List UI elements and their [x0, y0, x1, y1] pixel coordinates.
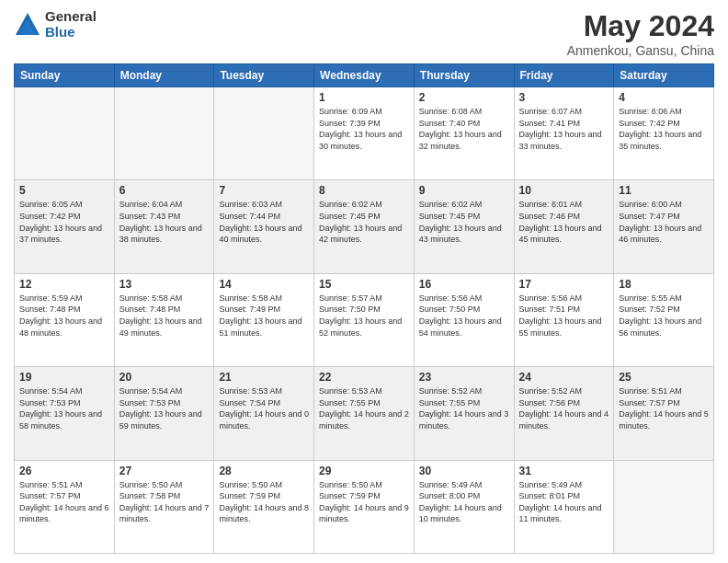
table-row: 29Sunrise: 5:50 AMSunset: 7:59 PMDayligh…	[314, 460, 415, 553]
table-row: 1Sunrise: 6:09 AMSunset: 7:39 PMDaylight…	[314, 87, 415, 180]
day-number: 19	[19, 371, 109, 384]
day-number: 15	[319, 278, 409, 291]
day-info: Sunrise: 5:50 AMSunset: 7:59 PMDaylight:…	[219, 479, 309, 525]
day-number: 11	[619, 184, 709, 197]
day-number: 21	[219, 371, 309, 384]
logo-blue: Blue	[45, 25, 97, 40]
table-row: 8Sunrise: 6:02 AMSunset: 7:45 PMDaylight…	[314, 180, 415, 273]
logo-icon	[14, 11, 41, 39]
col-saturday: Saturday	[614, 64, 714, 87]
day-info: Sunrise: 6:01 AMSunset: 7:46 PMDaylight:…	[519, 199, 609, 245]
day-number: 18	[619, 278, 709, 291]
table-row: 17Sunrise: 5:56 AMSunset: 7:51 PMDayligh…	[514, 273, 614, 366]
table-row	[114, 87, 214, 180]
table-row: 21Sunrise: 5:53 AMSunset: 7:54 PMDayligh…	[214, 367, 314, 460]
table-row	[15, 87, 115, 180]
calendar: Sunday Monday Tuesday Wednesday Thursday…	[14, 63, 714, 554]
day-info: Sunrise: 5:54 AMSunset: 7:53 PMDaylight:…	[119, 385, 210, 431]
day-number: 2	[419, 91, 509, 104]
day-info: Sunrise: 5:52 AMSunset: 7:55 PMDaylight:…	[419, 385, 509, 431]
day-number: 30	[419, 465, 509, 477]
day-number: 1	[319, 91, 409, 104]
day-info: Sunrise: 6:02 AMSunset: 7:45 PMDaylight:…	[319, 199, 409, 245]
day-info: Sunrise: 5:51 AMSunset: 7:57 PMDaylight:…	[619, 385, 709, 431]
day-number: 27	[119, 465, 210, 477]
day-info: Sunrise: 6:05 AMSunset: 7:42 PMDaylight:…	[19, 199, 109, 245]
calendar-week-row: 5Sunrise: 6:05 AMSunset: 7:42 PMDaylight…	[15, 180, 714, 273]
day-info: Sunrise: 5:54 AMSunset: 7:53 PMDaylight:…	[19, 385, 109, 431]
table-row: 13Sunrise: 5:58 AMSunset: 7:48 PMDayligh…	[114, 273, 214, 366]
day-number: 7	[219, 184, 309, 197]
day-info: Sunrise: 5:58 AMSunset: 7:48 PMDaylight:…	[119, 293, 210, 339]
day-number: 28	[219, 465, 309, 477]
day-number: 6	[119, 184, 210, 197]
table-row: 16Sunrise: 5:56 AMSunset: 7:50 PMDayligh…	[414, 273, 514, 366]
day-info: Sunrise: 5:57 AMSunset: 7:50 PMDaylight:…	[319, 293, 409, 339]
day-number: 26	[19, 465, 109, 477]
day-info: Sunrise: 5:53 AMSunset: 7:55 PMDaylight:…	[319, 385, 409, 431]
calendar-week-row: 1Sunrise: 6:09 AMSunset: 7:39 PMDaylight…	[15, 87, 714, 180]
day-number: 12	[19, 278, 109, 291]
day-number: 10	[519, 184, 609, 197]
table-row	[614, 460, 714, 553]
day-info: Sunrise: 6:08 AMSunset: 7:40 PMDaylight:…	[419, 106, 509, 152]
table-row: 7Sunrise: 6:03 AMSunset: 7:44 PMDaylight…	[214, 180, 314, 273]
table-row: 18Sunrise: 5:55 AMSunset: 7:52 PMDayligh…	[614, 273, 714, 366]
day-number: 8	[319, 184, 409, 197]
table-row: 9Sunrise: 6:02 AMSunset: 7:45 PMDaylight…	[414, 180, 514, 273]
table-row: 19Sunrise: 5:54 AMSunset: 7:53 PMDayligh…	[15, 367, 115, 460]
day-info: Sunrise: 6:02 AMSunset: 7:45 PMDaylight:…	[419, 199, 509, 245]
day-info: Sunrise: 6:03 AMSunset: 7:44 PMDaylight:…	[219, 199, 309, 245]
table-row: 2Sunrise: 6:08 AMSunset: 7:40 PMDaylight…	[414, 87, 514, 180]
calendar-week-row: 26Sunrise: 5:51 AMSunset: 7:57 PMDayligh…	[15, 460, 714, 553]
calendar-week-row: 19Sunrise: 5:54 AMSunset: 7:53 PMDayligh…	[15, 367, 714, 460]
col-monday: Monday	[114, 64, 214, 87]
day-info: Sunrise: 5:52 AMSunset: 7:56 PMDaylight:…	[519, 385, 609, 431]
day-number: 29	[319, 465, 409, 477]
day-info: Sunrise: 5:56 AMSunset: 7:51 PMDaylight:…	[519, 293, 609, 339]
page: General Blue May 2024 Anmenkou, Gansu, C…	[0, 0, 728, 563]
day-number: 5	[19, 184, 109, 197]
logo-general: General	[45, 9, 97, 25]
day-info: Sunrise: 5:56 AMSunset: 7:50 PMDaylight:…	[419, 293, 509, 339]
table-row: 3Sunrise: 6:07 AMSunset: 7:41 PMDaylight…	[514, 87, 614, 180]
table-row: 15Sunrise: 5:57 AMSunset: 7:50 PMDayligh…	[314, 273, 415, 366]
main-title: May 2024	[567, 9, 714, 43]
day-number: 4	[619, 91, 709, 104]
table-row: 23Sunrise: 5:52 AMSunset: 7:55 PMDayligh…	[414, 367, 514, 460]
day-number: 3	[519, 91, 609, 104]
day-info: Sunrise: 5:51 AMSunset: 7:57 PMDaylight:…	[19, 479, 109, 525]
col-friday: Friday	[514, 64, 614, 87]
table-row: 10Sunrise: 6:01 AMSunset: 7:46 PMDayligh…	[514, 180, 614, 273]
day-number: 24	[519, 371, 609, 384]
logo-text: General Blue	[45, 9, 97, 40]
day-info: Sunrise: 6:00 AMSunset: 7:47 PMDaylight:…	[619, 199, 709, 245]
calendar-header-row: Sunday Monday Tuesday Wednesday Thursday…	[15, 64, 714, 87]
table-row: 31Sunrise: 5:49 AMSunset: 8:01 PMDayligh…	[514, 460, 614, 553]
day-info: Sunrise: 5:49 AMSunset: 8:01 PMDaylight:…	[519, 479, 609, 525]
table-row	[214, 87, 314, 180]
table-row: 4Sunrise: 6:06 AMSunset: 7:42 PMDaylight…	[614, 87, 714, 180]
col-wednesday: Wednesday	[314, 64, 415, 87]
title-section: May 2024 Anmenkou, Gansu, China	[567, 9, 714, 58]
day-number: 23	[419, 371, 509, 384]
day-number: 20	[119, 371, 210, 384]
logo: General Blue	[14, 9, 97, 40]
table-row: 25Sunrise: 5:51 AMSunset: 7:57 PMDayligh…	[614, 367, 714, 460]
subtitle: Anmenkou, Gansu, China	[567, 43, 714, 58]
table-row: 12Sunrise: 5:59 AMSunset: 7:48 PMDayligh…	[15, 273, 115, 366]
table-row: 11Sunrise: 6:00 AMSunset: 7:47 PMDayligh…	[614, 180, 714, 273]
day-info: Sunrise: 6:09 AMSunset: 7:39 PMDaylight:…	[319, 106, 409, 152]
col-sunday: Sunday	[15, 64, 115, 87]
day-info: Sunrise: 5:59 AMSunset: 7:48 PMDaylight:…	[19, 293, 109, 339]
day-number: 14	[219, 278, 309, 291]
day-number: 9	[419, 184, 509, 197]
table-row: 24Sunrise: 5:52 AMSunset: 7:56 PMDayligh…	[514, 367, 614, 460]
table-row: 14Sunrise: 5:58 AMSunset: 7:49 PMDayligh…	[214, 273, 314, 366]
day-info: Sunrise: 5:55 AMSunset: 7:52 PMDaylight:…	[619, 293, 709, 339]
col-thursday: Thursday	[414, 64, 514, 87]
day-number: 16	[419, 278, 509, 291]
day-info: Sunrise: 6:06 AMSunset: 7:42 PMDaylight:…	[619, 106, 709, 152]
table-row: 27Sunrise: 5:50 AMSunset: 7:58 PMDayligh…	[114, 460, 214, 553]
table-row: 5Sunrise: 6:05 AMSunset: 7:42 PMDaylight…	[15, 180, 115, 273]
